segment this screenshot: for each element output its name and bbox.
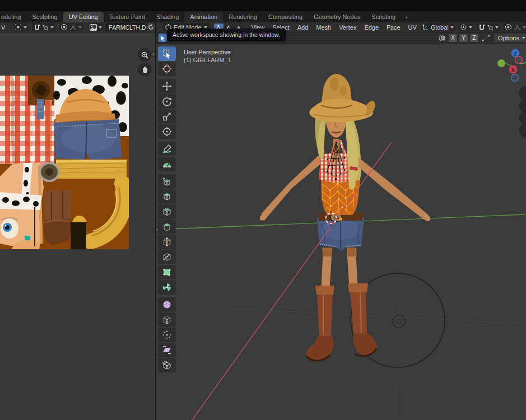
tool-add-cube-button[interactable] [158,174,176,189]
tool-shrink-fatten-button[interactable] [158,328,176,342]
falloff-curve-icon [514,24,521,30]
viewport-nav-buttons [519,86,526,136]
tab-texture-paint[interactable]: Texture Paint [104,12,151,22]
navigation-gizmo[interactable]: Z X [497,46,526,86]
image-datablock-selector[interactable] [88,23,104,31]
menu-edge[interactable]: Edge [360,24,383,31]
tool-knife-button[interactable] [158,250,176,264]
pivot-dropdown[interactable] [458,23,474,31]
tool-annotate-button[interactable] [158,142,176,156]
image-icon [90,24,97,31]
hand-icon [141,66,148,73]
tab-compositing[interactable]: Compositing [263,12,308,22]
blender-window: { "workspace_tabs": { "items": ["odeling… [0,0,526,420]
menu-uv[interactable]: UV [404,24,421,31]
uv-zoom-button[interactable] [138,48,151,62]
shrink-fatten-icon [162,330,172,340]
refresh-icon [148,24,154,30]
add-workspace-button[interactable]: + [401,12,412,22]
tool-spin-button[interactable] [158,280,176,295]
gizmo-neg-x-axis[interactable] [515,57,523,64]
gizmo-y-axis[interactable] [497,59,505,67]
image-name-field[interactable]: FARMCLTH.DDS 29 [105,23,146,31]
chevron-down-icon [450,26,454,29]
snapping-dropdown[interactable] [477,23,500,31]
mirror-icon[interactable] [438,35,446,41]
tool-loop-cut-button[interactable] [158,235,176,249]
uv-pivot-dropdown[interactable] [13,23,29,31]
tab-rendering[interactable]: Rendering [223,12,263,22]
tool-inset-faces-button[interactable] [158,204,176,219]
tool-rip-region-button[interactable] [158,358,176,372]
uv-canvas[interactable]: ‹ [0,32,155,420]
tab-animation[interactable]: Animation [184,12,223,22]
scale-icon [162,111,172,122]
proportional-edit-dropdown[interactable] [503,23,526,31]
rotate-icon [162,96,172,106]
proportional-falloff-icon[interactable] [482,34,491,41]
tool-scale-button[interactable] [158,109,176,124]
options-dropdown[interactable]: Options [494,34,526,42]
tab-shading[interactable]: Shading [151,12,184,22]
tool-move-button[interactable] [158,79,176,94]
tooltip-text: Active workspace showing in the window. [173,31,280,38]
mirror-x-button[interactable]: X [449,34,457,42]
magnet-icon [478,24,485,31]
smooth-icon [162,300,172,310]
viewport-text-overlay: User Perspective (1) GIRLFARM_1 [184,48,231,64]
tab-modeling[interactable]: odeling [0,12,26,22]
uv-menu-tail[interactable]: V [1,24,5,31]
menu-mesh[interactable]: Mesh [312,24,335,31]
viewport-ortho-toggle-button[interactable] [519,123,526,137]
tool-cursor-button[interactable] [158,62,176,76]
tool-rotate-button[interactable] [158,94,176,109]
uv-proportional-edit-dropdown[interactable] [59,23,83,31]
edge-slide-icon [162,315,172,325]
uv-snapping-dropdown[interactable] [32,23,55,31]
tool-smooth-button[interactable] [158,297,176,312]
proportional-edit-icon [60,24,68,31]
inset-faces-icon [162,207,172,217]
active-object-label: (1) GIRLFARM_1 [184,56,231,64]
tool-shear-button[interactable] [158,343,176,357]
uv-sidebar-toggle[interactable]: ‹ [152,51,154,57]
view-perspective-label: User Perspective [184,48,231,56]
proportional-edit-icon [505,24,512,31]
image-reload-button[interactable] [147,23,155,31]
tool-poly-build-button[interactable] [158,265,176,279]
workspace-tabbar: odeling Sculpting UV Editing Texture Pai… [0,11,526,22]
tab-scripting[interactable]: Scripting [366,12,401,22]
tool-transform-button[interactable] [158,124,176,139]
boot-left [306,286,334,361]
menu-add[interactable]: Add [294,24,313,31]
snap-target-icon [42,24,49,31]
rip-region-icon [162,360,172,370]
viewport-3d[interactable]: X Y Z Options [156,32,526,420]
active-tool-chip[interactable] [159,34,167,42]
menu-face[interactable]: Face [383,24,404,31]
tool-extrude-region-button[interactable] [158,189,176,204]
snap-target-icon [487,24,494,31]
spin-icon [162,282,172,292]
gizmo-neg-z-axis[interactable] [511,74,519,82]
tool-edge-slide-button[interactable] [158,312,176,327]
viewport-toolbar [158,46,176,372]
menu-vertex[interactable]: Vertex [335,24,360,31]
falloff-curve-icon [69,24,77,30]
orientation-dropdown[interactable]: Global [421,23,455,31]
tab-sculpting[interactable]: Sculpting [26,12,63,22]
image-name[interactable]: FARMCLTH.DDS [105,23,146,31]
mirror-z-button[interactable]: Z [470,34,478,42]
tool-bevel-button[interactable] [158,220,176,234]
tab-geometry-nodes[interactable]: Geometry Nodes [308,12,366,22]
tool-select-box-button[interactable] [158,46,176,61]
chevron-down-icon [495,26,499,29]
shear-icon [162,345,172,355]
tab-uv-editing[interactable]: UV Editing [63,12,104,22]
uv-texture-image [0,76,129,249]
chevron-down-icon [204,26,207,29]
mirror-y-button[interactable]: Y [459,34,468,42]
tool-measure-button[interactable] [158,157,176,171]
uv-pan-button[interactable] [138,63,151,76]
pivot-point-icon [460,24,467,31]
